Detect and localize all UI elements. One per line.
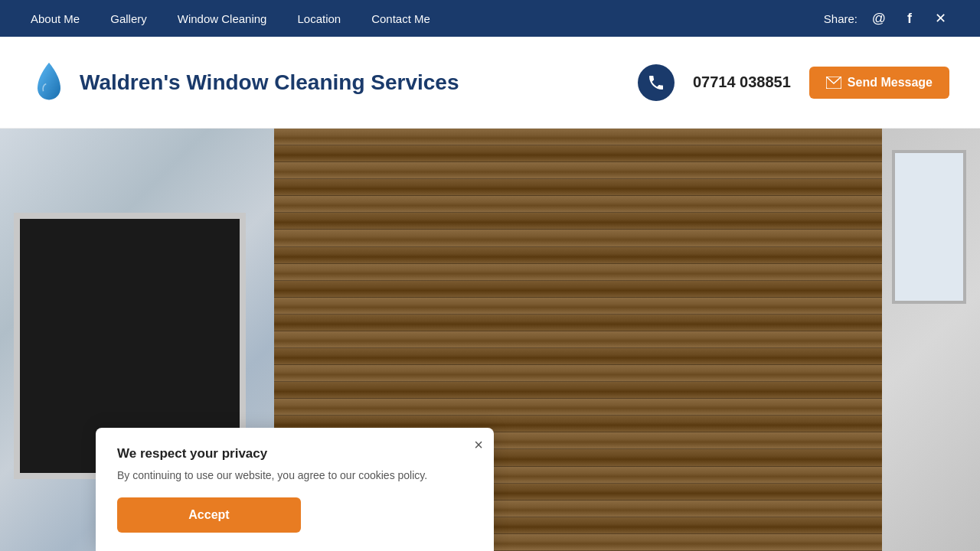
blind-slat	[274, 129, 882, 145]
phone-icon-badge	[638, 64, 675, 101]
blind-slat	[274, 213, 882, 230]
blind-slat	[274, 281, 882, 298]
site-title: Waldren's Window Cleaning Services	[80, 70, 459, 95]
facebook-icon[interactable]: f	[900, 9, 919, 28]
phone-icon	[647, 73, 665, 92]
twitter-x-icon[interactable]: ✕	[931, 9, 949, 28]
phone-number: 07714 038851	[693, 73, 791, 91]
cookie-title: We respect your privacy	[117, 446, 472, 461]
cookie-close-button[interactable]: ×	[474, 437, 483, 452]
blind-slat	[274, 179, 882, 196]
nav-location[interactable]: Location	[297, 12, 341, 25]
nav-contact[interactable]: Contact Me	[371, 12, 430, 25]
header-left: Waldren's Window Cleaning Services	[31, 60, 459, 106]
blind-slat	[274, 348, 882, 365]
blind-slat	[274, 365, 882, 382]
nav-links: About Me Gallery Window Cleaning Locatio…	[31, 12, 430, 25]
blind-slat	[274, 247, 882, 264]
hero-section: × We respect your privacy By continuing …	[0, 129, 980, 551]
site-header: Waldren's Window Cleaning Services 07714…	[0, 37, 980, 129]
blind-slat	[274, 315, 882, 331]
blind-slat	[274, 145, 882, 162]
navigation-bar: About Me Gallery Window Cleaning Locatio…	[0, 0, 980, 37]
blind-slat	[274, 399, 882, 416]
blind-slat	[274, 196, 882, 213]
envelope-icon	[826, 77, 841, 89]
nav-gallery[interactable]: Gallery	[110, 12, 147, 25]
blind-slat	[274, 298, 882, 315]
send-message-label: Send Message	[848, 76, 933, 90]
cookie-banner: × We respect your privacy By continuing …	[96, 428, 494, 551]
email-share-icon[interactable]: @	[870, 9, 888, 28]
blind-slat	[274, 264, 882, 281]
nav-window-cleaning[interactable]: Window Cleaning	[178, 12, 267, 25]
cookie-body: By continuing to use our website, you ag…	[117, 468, 472, 484]
hero-panel-right	[882, 129, 980, 551]
nav-about[interactable]: About Me	[31, 12, 80, 25]
header-right: 07714 038851 Send Message	[638, 64, 949, 101]
cookie-accept-button[interactable]: Accept	[117, 497, 301, 533]
blind-slat	[274, 382, 882, 399]
send-message-button[interactable]: Send Message	[809, 67, 949, 99]
blind-slat	[274, 162, 882, 179]
blind-slat	[274, 331, 882, 348]
logo-drop-icon	[31, 60, 67, 106]
nav-right: Share: @ f ✕	[824, 9, 949, 28]
share-label: Share:	[824, 12, 858, 25]
blind-slat	[274, 230, 882, 246]
